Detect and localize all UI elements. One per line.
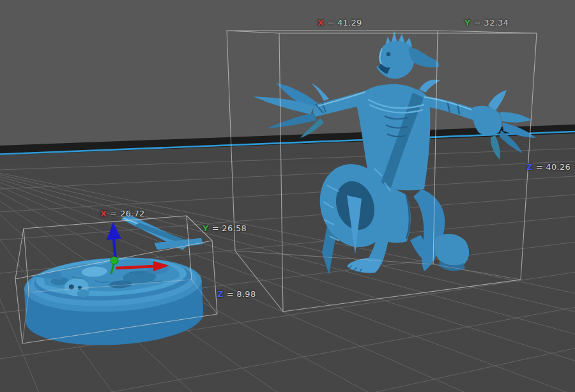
base-dim-label-y: Y= 26.58 — [203, 223, 247, 233]
viewport-3d[interactable]: X= 41.29 Y= 32.34 Z= 40.26 X= 26.72 Y= 2… — [0, 0, 575, 392]
axis-letter-z: Z — [526, 162, 533, 172]
axis-letter-y: Y — [203, 223, 209, 233]
axis-letter-z: Z — [217, 289, 224, 299]
axis-letter-x: X — [100, 209, 107, 218]
axis-letter-x: X — [318, 18, 324, 27]
figure-dim-label-z: Z= 40.26 — [526, 162, 571, 172]
axis-letter-y: Y — [464, 18, 471, 27]
base-dim-label-x: X= 26.72 — [100, 209, 145, 218]
figure-dim-label-x: X= 41.29 — [318, 18, 362, 27]
figure-dim-label-y: Y= 32.34 — [464, 18, 509, 27]
scene-canvas[interactable] — [0, 0, 575, 392]
base-dim-label-z: Z= 8.98 — [217, 289, 256, 299]
